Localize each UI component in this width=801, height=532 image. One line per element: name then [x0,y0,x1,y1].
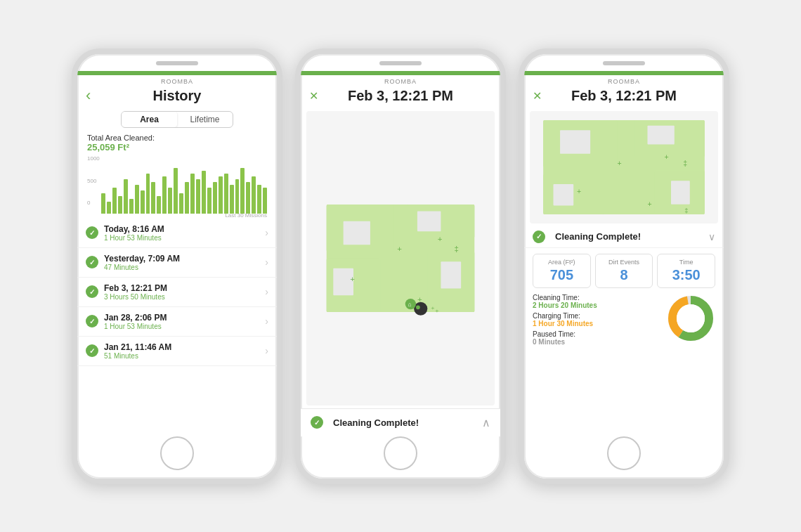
history-item-3[interactable]: ✓ Jan 28, 2:06 PM 1 Hour 53 Minutes › [77,307,277,337]
map-container-2: + + ‡ + + ⁺₊ ⌂ [306,111,495,406]
chevron-right-icon-3: › [265,316,268,327]
svg-rect-2 [408,204,475,238]
bar-6 [135,185,139,214]
chevron-right-icon-0: › [265,227,268,238]
bar-7 [141,190,145,214]
back-button[interactable]: ‹ [86,86,91,105]
bar-11 [162,176,167,214]
cleaning-complete-text-2: Cleaning Complete! [333,417,419,428]
history-date-1: Yesterday, 7:09 AM [104,254,265,264]
cleaning-time-label: Cleaning Time: [533,294,666,301]
cleaning-complete-text-3: Cleaning Complete! [555,231,641,242]
roomba-label-3: ROOMBA [524,75,724,85]
floor-map-3: + + ‡ + + ‡ [530,111,718,223]
bar-27 [252,176,256,214]
svg-rect-26 [671,181,690,205]
tab-lifetime[interactable]: Lifetime [177,112,233,127]
chevron-up-icon-2[interactable]: ∧ [482,416,490,429]
map-container-3: + + ‡ + + ‡ [530,111,718,223]
bar-16 [190,174,195,214]
cleaning-complete-left-2: ✓ Cleaning Complete! [311,416,419,429]
stat-area-value: 705 [536,267,587,283]
history-duration-0: 1 Hour 53 Minutes [104,234,265,242]
bar-18 [202,171,206,214]
svg-text:+: + [648,199,652,207]
donut-svg [666,294,715,343]
chevron-right-icon-2: › [265,286,268,297]
check-icon-history-3: ✓ [86,315,98,327]
check-icon-history-4: ✓ [86,344,98,357]
time-info: Cleaning Time: 2 Hours 20 Minutes Chargi… [533,294,666,349]
total-area-label: Total Area Cleaned: [77,134,277,142]
history-item-1[interactable]: ✓ Yesterday, 7:09 AM 47 Minutes › [77,248,277,278]
bar-29 [263,188,267,214]
check-mark-2: ✓ [314,419,320,427]
charging-time-label: Charging Time: [533,312,666,320]
history-item-4[interactable]: ✓ Jan 21, 11:46 AM 51 Minutes › [77,337,277,366]
bar-25 [240,168,245,214]
paused-time-row: Paused Time: 0 Minutes [533,330,666,346]
header-row-2: ✕ Feb 3, 12:21 PM [301,85,500,108]
bar-26 [246,182,250,214]
chart-y-0: 0 [87,200,90,206]
history-list: ✓ Today, 8:16 AM 1 Hour 53 Minutes › ✓ Y… [77,219,277,436]
check-icon-history-2: ✓ [86,285,98,298]
check-icon-2: ✓ [311,416,323,429]
roomba-label-2: ROOMBA [301,75,500,85]
tab-area[interactable]: Area [122,112,177,127]
chart-area: 1000 500 0 Last 30 Missions [77,155,277,219]
phone-1-inner: ROOMBA ‹ History Area Lifetime Total Are… [77,71,277,436]
svg-text:+: + [577,187,581,195]
history-item-0[interactable]: ✓ Today, 8:16 AM 1 Hour 53 Minutes › [77,219,277,248]
cc-left-3: ✓ Cleaning Complete! [533,231,641,243]
phone-1: ROOMBA ‹ History Area Lifetime Total Are… [72,48,282,484]
bar-12 [168,188,172,214]
segmented-control[interactable]: Area Lifetime [121,111,233,128]
check-icon-3: ✓ [533,231,545,243]
stat-dirt-value: 8 [599,267,650,283]
svg-text:⌂: ⌂ [408,301,412,308]
history-duration-1: 47 Minutes [104,264,265,271]
close-button-2[interactable]: ✕ [309,89,318,103]
donut-chart [666,294,715,343]
bar-4 [124,179,128,214]
bar-9 [151,182,155,214]
svg-text:+: + [664,152,668,160]
history-item-2[interactable]: ✓ Feb 3, 12:21 PM 3 Hours 50 Minutes › [77,278,277,307]
cleaning-complete-bar-2: ✓ Cleaning Complete! ∧ [301,408,500,436]
chart-y-500: 500 [87,178,96,184]
phone-2: ROOMBA ✕ Feb 3, 12:21 PM [295,48,506,484]
bar-20 [213,182,217,214]
floor-map-2: + + ‡ + + ⁺₊ ⌂ [306,111,495,406]
bar-15 [185,182,189,214]
svg-rect-7 [441,261,461,288]
cleaning-time-row: Cleaning Time: 2 Hours 20 Minutes [533,294,666,309]
history-duration-3: 1 Hour 53 Minutes [104,323,265,330]
svg-text:+: + [350,275,355,283]
stat-box-dirt: Dirt Events 8 [595,254,653,288]
stat-area-label: Area (Ft²) [536,259,587,266]
charging-time-value: 1 Hour 30 Minutes [533,320,666,327]
bar-3 [118,196,122,213]
roomba-label-1: ROOMBA [77,75,277,85]
close-button-3[interactable]: ✕ [533,89,542,103]
svg-text:‡: ‡ [683,159,687,167]
paused-time-value: 0 Minutes [533,338,666,346]
stat-dirt-label: Dirt Events [599,259,650,266]
cleaning-time-value: 2 Hours 20 Minutes [533,301,666,309]
paused-time-label: Paused Time: [533,330,666,338]
phones-container: ROOMBA ‹ History Area Lifetime Total Are… [58,34,743,498]
bar-8 [146,174,150,214]
total-area-value: 25,059 Ft² [77,142,277,155]
stat-time-value: 3:50 [660,267,712,283]
chart-x-label: Last 30 Missions [225,212,267,219]
chevron-down-icon-3[interactable]: ∨ [708,231,715,242]
phone-3-inner: ROOMBA ✕ Feb 3, 12:21 PM + + [524,71,724,436]
bar-1 [107,202,111,213]
bar-22 [224,174,228,214]
bar-28 [257,185,261,214]
bar-13 [174,168,178,214]
svg-text:‡: ‡ [455,244,459,252]
svg-text:+: + [397,244,402,252]
history-date-3: Jan 28, 2:06 PM [104,313,265,323]
